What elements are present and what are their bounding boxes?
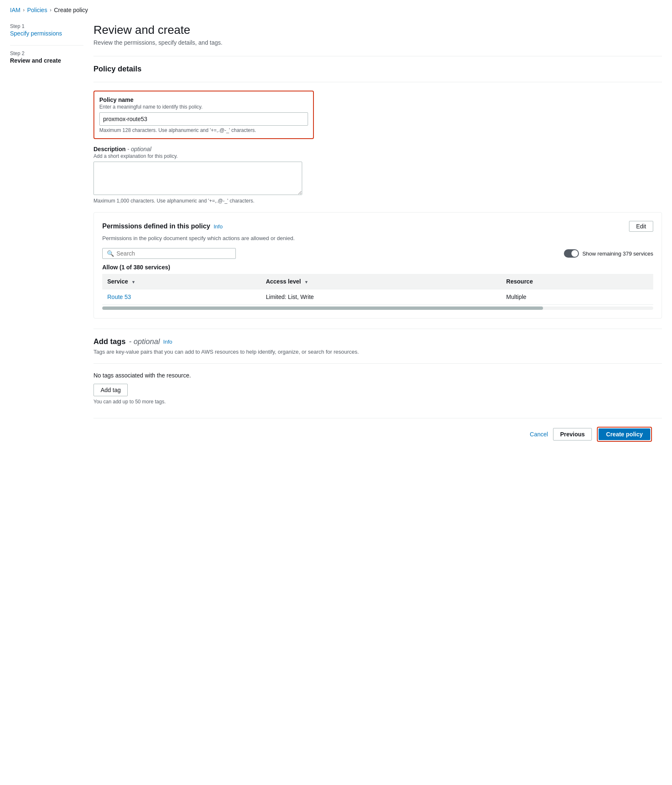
allow-label: Allow (1 of 380 services) [102, 264, 653, 271]
page-subtitle: Review the permissions, specify details,… [93, 39, 662, 46]
breadcrumb-current: Create policy [54, 7, 88, 13]
description-group: Description - optional Add a short expla… [93, 146, 662, 204]
step1-label: Step 1 [10, 23, 83, 29]
sidebar-item-specify-permissions[interactable]: Specify permissions [10, 30, 62, 37]
sidebar-item-review-create: Review and create [10, 57, 61, 64]
policy-name-label: Policy name [99, 96, 308, 103]
sidebar-step-1: Step 1 Specify permissions [10, 23, 83, 37]
search-row: 🔍 Show remaining 379 services [102, 248, 653, 259]
search-box[interactable]: 🔍 [102, 248, 236, 259]
col-access-level: Access level ▼ [261, 274, 501, 289]
policy-name-hint: Enter a meaningful name to identify this… [99, 104, 308, 110]
description-label: Description - optional [93, 146, 662, 152]
policy-details-title: Policy details [93, 65, 662, 73]
sidebar-divider [10, 45, 83, 46]
policy-name-container: Policy name Enter a meaningful name to i… [93, 91, 314, 139]
toggle-knob [571, 250, 578, 257]
service-sort-icon[interactable]: ▼ [131, 280, 136, 284]
toggle-row: Show remaining 379 services [564, 249, 653, 258]
breadcrumb: IAM › Policies › Create policy [0, 0, 672, 20]
permissions-title: Permissions defined in this policy Info [102, 223, 222, 230]
tags-description: Tags are key-value pairs that you can ad… [93, 349, 662, 355]
divider-policy-details [93, 82, 662, 82]
main-content: Review and create Review the permissions… [93, 20, 662, 450]
breadcrumb-sep-2: › [50, 7, 51, 13]
tag-note: You can add up to 50 more tags. [93, 399, 662, 405]
scrollbar-thumb [102, 306, 543, 310]
access-sort-icon[interactable]: ▼ [304, 280, 308, 284]
col-resource: Resource [501, 274, 653, 289]
table-row: Route 53 Limited: List, Write Multiple [102, 289, 653, 305]
add-tag-button[interactable]: Add tag [93, 384, 128, 396]
sidebar-step-2: Step 2 Review and create [10, 51, 83, 64]
create-button-wrapper: Create policy [597, 427, 652, 442]
permissions-description: Permissions in the policy document speci… [102, 235, 653, 241]
page-title: Review and create [93, 23, 662, 37]
breadcrumb-iam[interactable]: IAM [10, 7, 20, 13]
policy-name-input[interactable] [99, 112, 308, 126]
show-remaining-toggle[interactable] [564, 249, 579, 258]
description-hint: Add a short explanation for this policy. [93, 153, 662, 159]
permissions-table: Service ▼ Access level ▼ Resource Route [102, 274, 653, 305]
cancel-button[interactable]: Cancel [530, 431, 548, 438]
breadcrumb-sep-1: › [23, 7, 25, 13]
step2-label: Step 2 [10, 51, 83, 56]
search-input[interactable] [116, 250, 231, 257]
service-cell: Route 53 [102, 289, 261, 305]
no-tags-label: No tags associated with the resource. [93, 372, 662, 379]
tags-info-link[interactable]: Info [163, 339, 172, 345]
description-textarea[interactable] [93, 162, 302, 195]
table-header-row: Service ▼ Access level ▼ Resource [102, 274, 653, 289]
description-note: Maximum 1,000 characters. Use alphanumer… [93, 198, 662, 204]
access-level-cell: Limited: List, Write [261, 289, 501, 305]
search-icon: 🔍 [107, 250, 114, 257]
permissions-info-link[interactable]: Info [214, 223, 223, 230]
toggle-label: Show remaining 379 services [582, 251, 653, 257]
divider-in-tags [93, 363, 662, 364]
footer: Cancel Previous Create policy [93, 418, 662, 450]
edit-button[interactable]: Edit [629, 221, 653, 232]
route53-link[interactable]: Route 53 [107, 294, 131, 300]
divider-top [93, 56, 662, 56]
previous-button[interactable]: Previous [553, 428, 592, 441]
create-policy-button[interactable]: Create policy [599, 428, 650, 440]
sidebar: Step 1 Specify permissions Step 2 Review… [10, 20, 93, 450]
tags-section: Add tags - optional Info Tags are key-va… [93, 329, 662, 405]
tags-title: Add tags - optional Info [93, 337, 662, 346]
col-service: Service ▼ [102, 274, 261, 289]
policy-name-note: Maximum 128 characters. Use alphanumeric… [99, 127, 308, 133]
breadcrumb-policies[interactable]: Policies [27, 7, 47, 13]
resource-cell: Multiple [501, 289, 653, 305]
scrollbar-row [102, 306, 653, 310]
permissions-box: Permissions defined in this policy Info … [93, 212, 662, 319]
divider-before-tags [93, 329, 662, 329]
